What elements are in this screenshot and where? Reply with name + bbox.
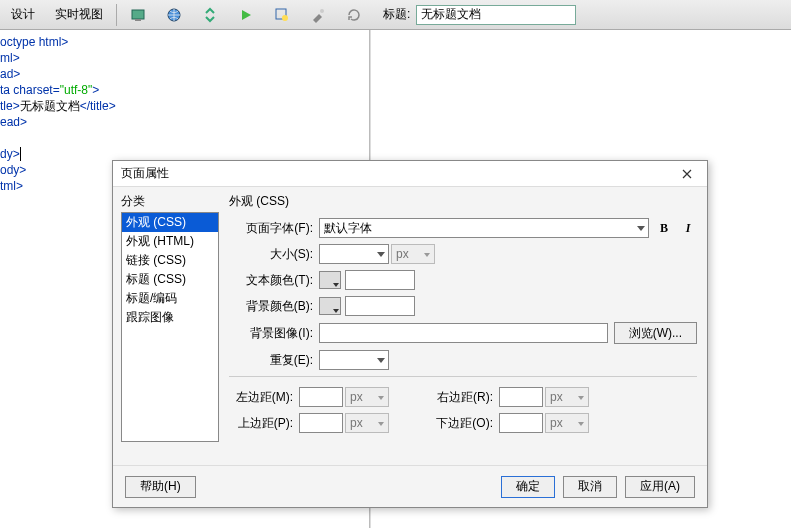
margin-bottom-input[interactable] — [499, 413, 543, 433]
design-button[interactable]: 设计 — [4, 4, 42, 26]
category-label: 分类 — [121, 193, 219, 210]
textcolor-label: 文本颜色(T): — [229, 272, 319, 289]
textcolor-input[interactable] — [345, 270, 415, 290]
category-list[interactable]: 外观 (CSS) 外观 (HTML) 链接 (CSS) 标题 (CSS) 标题/… — [121, 212, 219, 442]
form-panel: 外观 (CSS) 页面字体(F): B I 大小(S): px 文本颜色(T):… — [223, 187, 707, 465]
title-label: 标题: — [383, 6, 410, 23]
sync-icon[interactable] — [195, 4, 225, 26]
dialog-footer: 帮助(H) 确定 取消 应用(A) — [113, 465, 707, 507]
margin-right-label: 右边距(R): — [429, 389, 499, 406]
category-item-appearance-css[interactable]: 外观 (CSS) — [122, 213, 218, 232]
category-item-headings[interactable]: 标题 (CSS) — [122, 270, 218, 289]
margin-left-label: 左边距(M): — [229, 389, 299, 406]
font-select[interactable] — [319, 218, 649, 238]
globe-icon[interactable] — [159, 4, 189, 26]
main-toolbar: 设计 实时视图 标题: — [0, 0, 791, 30]
svg-point-5 — [320, 9, 324, 13]
svg-point-4 — [282, 15, 288, 21]
cancel-button[interactable]: 取消 — [563, 476, 617, 498]
category-item-links[interactable]: 链接 (CSS) — [122, 251, 218, 270]
margin-top-label: 上边距(P): — [229, 415, 299, 432]
bold-button[interactable]: B — [655, 219, 673, 237]
svg-rect-0 — [132, 10, 144, 19]
dialog-title: 页面属性 — [121, 165, 169, 182]
margin-left-unit[interactable]: px — [345, 387, 389, 407]
category-item-appearance-html[interactable]: 外观 (HTML) — [122, 232, 218, 251]
repeat-select[interactable] — [319, 350, 389, 370]
margin-right-input[interactable] — [499, 387, 543, 407]
margin-left-input[interactable] — [299, 387, 343, 407]
size-label: 大小(S): — [229, 246, 319, 263]
play-icon[interactable] — [231, 4, 261, 26]
bgcolor-label: 背景颜色(B): — [229, 298, 319, 315]
margin-top-input[interactable] — [299, 413, 343, 433]
category-item-encoding[interactable]: 标题/编码 — [122, 289, 218, 308]
font-label: 页面字体(F): — [229, 220, 319, 237]
apply-button[interactable]: 应用(A) — [625, 476, 695, 498]
size-select[interactable] — [319, 244, 389, 264]
margin-bottom-label: 下边距(O): — [429, 415, 499, 432]
live-view-button[interactable]: 实时视图 — [48, 4, 110, 26]
inspect-icon[interactable] — [267, 4, 297, 26]
panel-title: 外观 (CSS) — [229, 193, 697, 210]
page-properties-dialog: 页面属性 分类 外观 (CSS) 外观 (HTML) 链接 (CSS) 标题 (… — [112, 160, 708, 508]
preview-icon[interactable] — [123, 4, 153, 26]
bgcolor-swatch[interactable] — [319, 297, 341, 315]
close-icon[interactable] — [675, 164, 699, 184]
bgimage-label: 背景图像(I): — [229, 325, 319, 342]
category-panel: 分类 外观 (CSS) 外观 (HTML) 链接 (CSS) 标题 (CSS) … — [113, 187, 223, 465]
category-item-tracking[interactable]: 跟踪图像 — [122, 308, 218, 327]
textcolor-swatch[interactable] — [319, 271, 341, 289]
help-button[interactable]: 帮助(H) — [125, 476, 196, 498]
bgimage-input[interactable] — [319, 323, 608, 343]
italic-button[interactable]: I — [679, 219, 697, 237]
refresh-icon[interactable] — [339, 4, 369, 26]
margin-right-unit[interactable]: px — [545, 387, 589, 407]
browse-button[interactable]: 浏览(W)... — [614, 322, 697, 344]
size-unit[interactable]: px — [391, 244, 435, 264]
margin-top-unit[interactable]: px — [345, 413, 389, 433]
bgcolor-input[interactable] — [345, 296, 415, 316]
repeat-label: 重复(E): — [229, 352, 319, 369]
divider — [229, 376, 697, 377]
ok-button[interactable]: 确定 — [501, 476, 555, 498]
svg-rect-1 — [135, 19, 141, 21]
separator — [116, 4, 117, 26]
tool-icon[interactable] — [303, 4, 333, 26]
margin-bottom-unit[interactable]: px — [545, 413, 589, 433]
title-input[interactable] — [416, 5, 576, 25]
dialog-titlebar[interactable]: 页面属性 — [113, 161, 707, 187]
